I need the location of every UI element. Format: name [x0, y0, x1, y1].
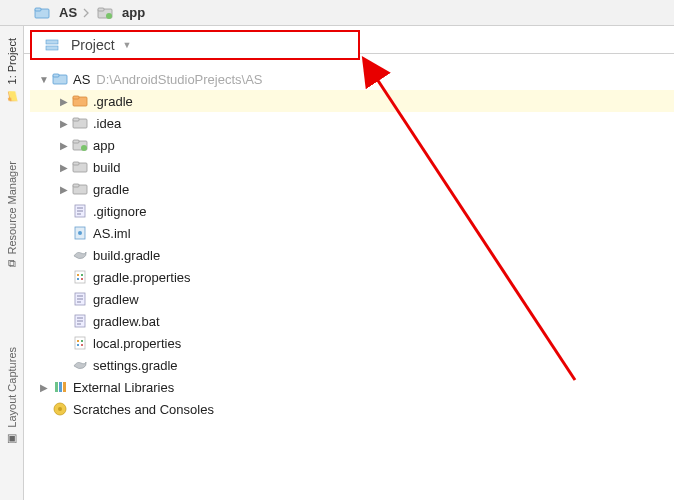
side-tab-project[interactable]: 📁 1: Project: [3, 30, 20, 109]
folder-icon: [72, 181, 88, 197]
gradle-file-icon: [72, 357, 88, 373]
tree-label: External Libraries: [73, 380, 174, 395]
chevron-right-icon: [83, 8, 91, 18]
tree-label: build.gradle: [93, 248, 160, 263]
tree-label: gradle: [93, 182, 129, 197]
scratches-icon: [52, 401, 68, 417]
svg-rect-26: [75, 271, 85, 283]
svg-rect-17: [73, 162, 79, 165]
project-folder-icon: [52, 71, 68, 87]
svg-rect-43: [81, 344, 83, 346]
breadcrumb: AS app: [0, 0, 674, 26]
tree-node-external-libraries[interactable]: ▶ External Libraries: [30, 376, 674, 398]
tree-node-build[interactable]: ▶ build: [30, 156, 674, 178]
libraries-icon: [52, 379, 68, 395]
expander-closed-icon[interactable]: ▶: [58, 96, 70, 107]
svg-rect-14: [73, 140, 79, 143]
svg-point-15: [81, 145, 87, 151]
svg-rect-44: [55, 382, 58, 392]
svg-rect-46: [63, 382, 66, 392]
tree-node-local-properties[interactable]: ▶ local.properties: [30, 332, 674, 354]
tree-node-gradlew-bat[interactable]: ▶ gradlew.bat: [30, 310, 674, 332]
expander-closed-icon[interactable]: ▶: [38, 382, 50, 393]
tree-label: local.properties: [93, 336, 181, 351]
svg-rect-3: [98, 8, 104, 11]
tree-label: .gradle: [93, 94, 133, 109]
tree-label: .idea: [93, 116, 121, 131]
svg-rect-1: [35, 8, 41, 11]
project-tab-icon: 📁: [5, 88, 18, 101]
breadcrumb-label: app: [122, 5, 145, 20]
tree-label: Scratches and Consoles: [73, 402, 214, 417]
tree-node-idea[interactable]: ▶ .idea: [30, 112, 674, 134]
svg-point-4: [106, 13, 112, 19]
breadcrumb-item-app[interactable]: app: [93, 5, 149, 21]
tree-label: gradlew.bat: [93, 314, 160, 329]
tree-node-gradle-properties[interactable]: ▶ gradle.properties: [30, 266, 674, 288]
gradle-file-icon: [72, 247, 88, 263]
tree-label: build: [93, 160, 120, 175]
selector-label: Project: [71, 37, 115, 53]
tree-node-gradle[interactable]: ▶ gradle: [30, 178, 674, 200]
tree-node-gitignore[interactable]: ▶ .gitignore: [30, 200, 674, 222]
svg-rect-45: [59, 382, 62, 392]
tree-node-root[interactable]: ▼ AS D:\AndroidStudioPrejects\AS: [30, 68, 674, 90]
chevron-down-icon: ▼: [123, 40, 132, 50]
tree-label: app: [93, 138, 115, 153]
svg-rect-41: [81, 340, 83, 342]
tree-node-gradle-dot[interactable]: ▶ .gradle: [30, 90, 674, 112]
tree-label: .gitignore: [93, 204, 146, 219]
resource-manager-icon: ⧉: [8, 257, 16, 269]
svg-rect-27: [77, 274, 79, 276]
text-file-icon: [72, 203, 88, 219]
folder-icon: [72, 159, 88, 175]
side-tab-resource-manager[interactable]: ⧉ Resource Manager: [4, 153, 20, 275]
side-tab-bar: 📁 1: Project ⧉ Resource Manager ▣ Layout…: [0, 26, 24, 500]
layout-captures-icon: ▣: [5, 432, 18, 445]
orange-folder-icon: [72, 93, 88, 109]
module-folder-icon: [72, 137, 88, 153]
breadcrumb-label: AS: [59, 5, 77, 20]
properties-file-icon: [72, 335, 88, 351]
svg-rect-28: [81, 274, 83, 276]
text-file-icon: [72, 313, 88, 329]
project-view-icon: [44, 37, 60, 53]
folder-icon: [34, 5, 50, 21]
text-file-icon: [72, 291, 88, 307]
tree-node-settings-gradle[interactable]: ▶ settings.gradle: [30, 354, 674, 376]
svg-rect-29: [77, 278, 79, 280]
svg-point-48: [58, 407, 62, 411]
expander-closed-icon[interactable]: ▶: [58, 184, 70, 195]
expander-closed-icon[interactable]: ▶: [58, 118, 70, 129]
svg-rect-19: [73, 184, 79, 187]
svg-rect-5: [46, 40, 58, 44]
tree-label: AS: [73, 72, 90, 87]
tree-hint: D:\AndroidStudioPrejects\AS: [96, 72, 262, 87]
tree-node-as-iml[interactable]: ▶ AS.iml: [30, 222, 674, 244]
tree-node-app[interactable]: ▶ app: [30, 134, 674, 156]
svg-rect-40: [77, 340, 79, 342]
breadcrumb-item-root[interactable]: AS: [30, 5, 81, 21]
tree-node-build-gradle[interactable]: ▶ build.gradle: [30, 244, 674, 266]
svg-rect-8: [53, 74, 59, 77]
tree-label: gradlew: [93, 292, 139, 307]
tree-label: AS.iml: [93, 226, 131, 241]
properties-file-icon: [72, 269, 88, 285]
svg-rect-30: [81, 278, 83, 280]
side-tab-layout-captures[interactable]: ▣ Layout Captures: [3, 339, 20, 453]
tree-label: settings.gradle: [93, 358, 178, 373]
svg-point-25: [78, 231, 82, 235]
svg-rect-10: [73, 96, 79, 99]
project-view-selector[interactable]: Project ▼: [30, 30, 360, 60]
tree-node-gradlew[interactable]: ▶ gradlew: [30, 288, 674, 310]
tree-label: gradle.properties: [93, 270, 191, 285]
svg-rect-42: [77, 344, 79, 346]
tree-node-scratches[interactable]: ▶ Scratches and Consoles: [30, 398, 674, 420]
expander-open-icon[interactable]: ▼: [38, 74, 50, 85]
expander-closed-icon[interactable]: ▶: [58, 162, 70, 173]
iml-file-icon: [72, 225, 88, 241]
svg-rect-6: [46, 46, 58, 50]
expander-closed-icon[interactable]: ▶: [58, 140, 70, 151]
module-folder-icon: [97, 5, 113, 21]
svg-rect-39: [75, 337, 85, 349]
